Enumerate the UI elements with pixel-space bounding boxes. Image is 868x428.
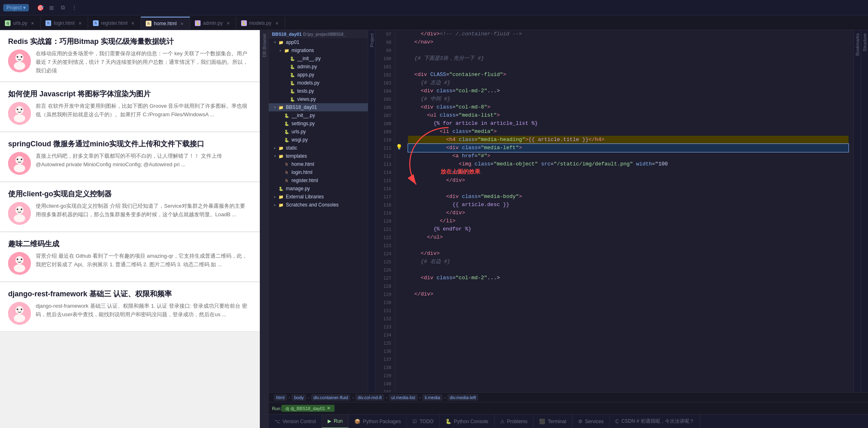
code-line[interactable] [408, 46, 849, 54]
breadcrumb-item[interactable]: ul.media-list [389, 394, 418, 401]
blog-title[interactable]: 使用client-go实现自定义控制器 [8, 189, 252, 199]
bottom-tab-version-control[interactable]: ⌥Version Control [269, 415, 322, 428]
code-line[interactable]: </nav> [408, 38, 849, 46]
code-line[interactable] [408, 63, 849, 71]
tab-close-home[interactable]: ✕ [179, 21, 185, 26]
code-line[interactable]: {# 下面是3块，先分一下 #} [408, 54, 849, 63]
code-line[interactable]: </li> [408, 217, 849, 225]
tree-item-BBS18-day01[interactable]: ▾📁BBS18_day01 [269, 103, 368, 111]
tree-item-apps-py[interactable]: 🐍apps.py [269, 71, 368, 79]
project-dropdown[interactable]: Project ▾ [3, 4, 29, 11]
tree-item---init---py[interactable]: 🐍__init__.py [269, 54, 368, 63]
bottom-tab-csdn[interactable]: CCSDN # 初遇我呢，今次汝讲呢？ [610, 415, 700, 428]
tree-item-app01[interactable]: ▾📁app01 [269, 38, 368, 46]
blog-title[interactable]: 如何使用 Javascript 将图标字体渲染为图片 [8, 89, 252, 99]
code-line[interactable] [408, 282, 849, 290]
code-line[interactable]: </div><!-- /.container-fluid --> [408, 30, 849, 38]
run-close[interactable]: ✕ [327, 406, 330, 411]
bottom-tab-run[interactable]: ▶Run [322, 415, 349, 428]
code-line[interactable]: </div> [408, 250, 849, 258]
tab-admin[interactable]: 🐍 admin.py ✕ [190, 17, 236, 30]
tree-item-tests-py[interactable]: 🐍tests.py [269, 87, 368, 95]
code-line[interactable]: </div> [408, 290, 849, 298]
tab-close-login[interactable]: ✕ [77, 20, 83, 26]
tree-item-admin-py[interactable]: 🐍admin.py [269, 63, 368, 71]
breadcrumb-item[interactable]: li.media [422, 394, 443, 401]
breadcrumb-item[interactable]: div.container-fluid [311, 394, 350, 401]
code-line[interactable]: <div class="col-md-2"...> [408, 274, 849, 282]
tab-close-admin[interactable]: ✕ [225, 20, 231, 26]
code-line[interactable]: <div class="media-left"> [408, 144, 849, 152]
blog-title[interactable]: 趣味二维码生成 [8, 239, 252, 249]
code-line[interactable]: {# 右边 #} [408, 258, 849, 266]
code-line[interactable]: {% endfor %} [408, 225, 849, 233]
tree-item-models-py[interactable]: 🐍models.py [269, 79, 368, 87]
tree-item---init---py[interactable]: 🐍__init__.py [269, 111, 368, 119]
tree-item-register-html[interactable]: hregister.html [269, 176, 368, 185]
tab-close-models[interactable]: ✕ [274, 20, 280, 26]
code-editor[interactable]: </div><!-- /.container-fluid --> </nav> … [403, 30, 853, 392]
db-browser-label[interactable]: DB Browser [260, 30, 268, 61]
blog-title[interactable]: django-rest-framework 基础三 认证、权限和频率 [8, 289, 252, 299]
project-sidebar-label[interactable]: Project [368, 30, 376, 50]
tab-urls[interactable]: dj urls.py ✕ [0, 17, 41, 30]
code-line[interactable] [408, 185, 849, 193]
bookmarks-label[interactable]: Bookmarks [853, 30, 862, 59]
tree-item-migrations[interactable]: ▸📁migrations [269, 46, 368, 54]
code-line[interactable]: <img class="media-object" src="/static/i… [408, 160, 849, 168]
expand-icon[interactable]: ⊞ [48, 4, 56, 12]
tree-item-home-html[interactable]: hhome.html [269, 160, 368, 168]
code-line[interactable]: <h4 class="media-heading">{{ article.tit… [408, 136, 849, 144]
tree-item-manage-py[interactable]: 🐍manage.py [269, 185, 368, 193]
bottom-tab-services[interactable]: ⚙Services [572, 415, 610, 428]
code-line[interactable] [408, 241, 849, 250]
code-line[interactable]: </div> [408, 209, 849, 217]
breadcrumb-item[interactable]: body [291, 394, 306, 401]
code-line[interactable]: <div class="media-body"> [408, 193, 849, 201]
tab-close-register[interactable]: ✕ [130, 20, 136, 26]
tree-item-static[interactable]: ▸📁static [269, 144, 368, 152]
bottom-tab-python-packages[interactable]: 📦Python Packages [349, 415, 407, 428]
bottom-tab-terminal[interactable]: ⬛Terminal [533, 415, 572, 428]
blog-title[interactable]: springCloud 微服务通过minio实现文件上传和文件下载接口 [8, 139, 252, 149]
bottom-tab-problems[interactable]: ⚠Problems [494, 415, 534, 428]
code-line[interactable] [408, 298, 849, 306]
tree-item-login-html[interactable]: hlogin.html [269, 168, 368, 176]
tree-item-templates[interactable]: ▾📁templates [269, 152, 368, 160]
code-line[interactable]: </ul> [408, 233, 849, 241]
structure-label[interactable]: Structure [861, 30, 868, 55]
tree-item-urls-py[interactable]: 🐍urls.py [269, 128, 368, 136]
more-icon[interactable]: ⋮ [70, 4, 78, 12]
code-line[interactable]: {{ article.desc }} [408, 201, 849, 209]
bottom-tab-todo[interactable]: ☑TODO [407, 415, 439, 428]
split-icon[interactable]: ⧉ [59, 4, 67, 12]
code-line[interactable]: {# 中间 #} [408, 95, 849, 103]
code-line[interactable]: {% for article in article_list %} [408, 119, 849, 128]
tree-item-settings-py[interactable]: 🐍settings.py [269, 119, 368, 128]
code-line[interactable]: <a href="#"> [408, 152, 849, 160]
breadcrumb-item[interactable]: div.media-left [447, 394, 479, 401]
run-tab[interactable]: dj dj_BBS18_day01 ✕ [281, 405, 335, 412]
code-line[interactable]: <div CLASS="container-fluid"> [408, 71, 849, 79]
target-icon[interactable]: 🎯 [36, 4, 44, 12]
blog-title[interactable]: Redis 实战篇：巧用Bitmap 实现亿级海量数据统计 [8, 37, 252, 46]
tree-item-views-py[interactable]: 🐍views.py [269, 95, 368, 103]
tab-close-urls[interactable]: ✕ [30, 20, 35, 26]
breadcrumb-item[interactable]: div.col-md-8 [355, 394, 384, 401]
tab-login[interactable]: h login.html ✕ [41, 17, 88, 30]
code-line[interactable]: <div class="col-md-8"> [408, 103, 849, 111]
code-line[interactable]: {# 左边 #} [408, 79, 849, 87]
code-line[interactable] [408, 266, 849, 274]
tree-item-Scratches-and-Consoles[interactable]: ▸📁Scratches and Consoles [269, 201, 368, 209]
code-line[interactable]: </div> [408, 176, 849, 185]
tab-register[interactable]: h register.html ✕ [88, 17, 141, 30]
tree-item-External-Libraries[interactable]: ▸📁External Libraries [269, 193, 368, 201]
tab-home[interactable]: h home.html ✕ [141, 17, 190, 30]
tree-item-wsgi-py[interactable]: 🐍wsgi.py [269, 136, 368, 144]
bottom-tab-python-console[interactable]: 🐍Python Console [440, 415, 494, 428]
code-line[interactable]: <div class="col-md-2"...> [408, 87, 849, 95]
tab-models[interactable]: 🐍 models.py ✕ [236, 17, 285, 30]
code-line[interactable]: <ul class="media-list"> [408, 111, 849, 119]
code-line[interactable]: <li class="media"> [408, 128, 849, 136]
breadcrumb-item[interactable]: html [274, 394, 287, 401]
